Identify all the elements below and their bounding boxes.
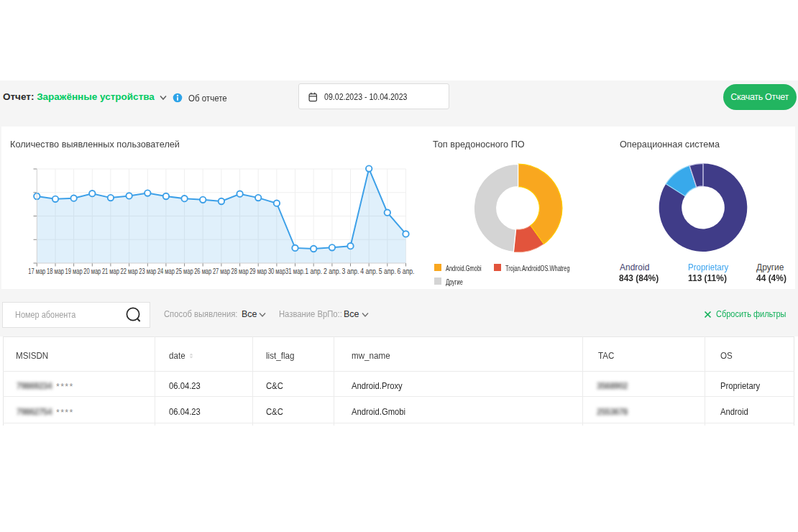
svg-text:26 мар: 26 мар	[194, 267, 211, 275]
svg-text:25 мар: 25 мар	[176, 267, 193, 275]
svg-text:19 мар: 19 мар	[65, 267, 83, 275]
svg-text:6 апр.: 6 апр.	[398, 267, 415, 275]
svg-text:20 мар: 20 мар	[83, 267, 101, 275]
svg-text:2 апр.: 2 апр.	[324, 267, 341, 275]
svg-text:3 апр.: 3 апр.	[342, 267, 359, 275]
svg-text:24 мар: 24 мар	[157, 267, 175, 275]
svg-text:5 апр.: 5 апр.	[379, 267, 396, 275]
svg-text:18 мар: 18 мар	[47, 267, 64, 275]
svg-text:27 мар: 27 мар	[213, 267, 230, 275]
svg-text:4 апр.: 4 апр.	[360, 267, 377, 275]
svg-text:29 мар: 29 мар	[249, 267, 267, 275]
svg-text:1 апр.: 1 апр.	[305, 267, 322, 275]
svg-text:21 мар: 21 мар	[102, 267, 119, 275]
svg-text:22 мар: 22 мар	[121, 267, 138, 275]
svg-text:28 мар: 28 мар	[231, 267, 249, 275]
svg-text:30 мар: 30 мар	[268, 267, 285, 275]
svg-text:17 мар: 17 мар	[28, 267, 45, 275]
svg-text:23 мар: 23 мар	[139, 267, 156, 275]
svg-text:31 мар.: 31 мар.	[285, 267, 305, 275]
